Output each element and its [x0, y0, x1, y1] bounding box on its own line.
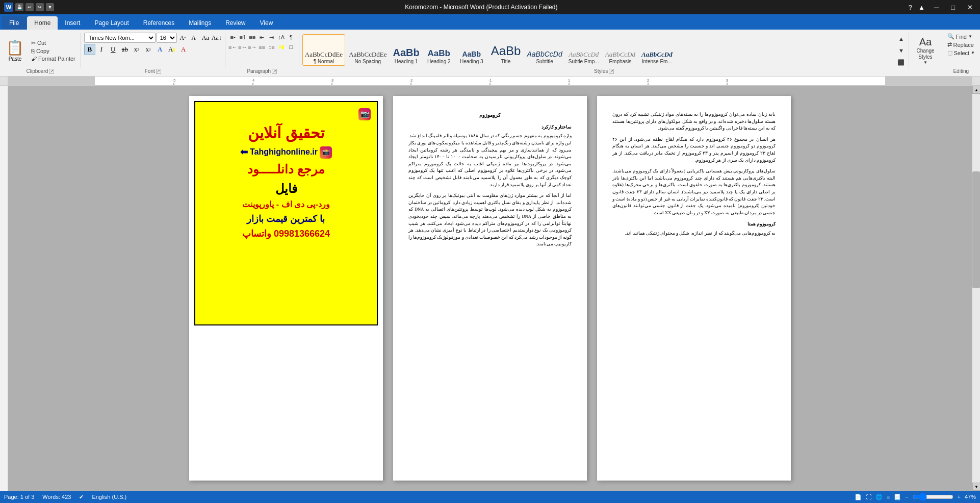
style-emphasis[interactable]: AaBbCcDd Emphasis	[603, 34, 638, 66]
replace-button[interactable]: ⇄ Replace	[945, 41, 976, 48]
scroll-up-button[interactable]: ▲	[972, 86, 980, 94]
select-button[interactable]: ⬚ Select ▼	[945, 49, 977, 57]
decrease-font-button[interactable]: A-	[189, 33, 199, 43]
style-heading3[interactable]: AaBb Heading 3	[456, 34, 487, 66]
styles-scroll-down[interactable]: ▼	[896, 46, 906, 55]
bold-button[interactable]: B	[84, 44, 95, 55]
zoom-out-button[interactable]: −	[905, 494, 908, 500]
replace-label: Replace	[953, 42, 974, 48]
ribbon-toggle-icon[interactable]: ▲	[918, 4, 925, 11]
align-right-button[interactable]: ≡→	[248, 42, 257, 52]
strikethrough-button[interactable]: ab	[119, 44, 131, 55]
show-hide-button[interactable]: ¶	[287, 33, 296, 42]
justify-button[interactable]: ≡≡	[257, 42, 267, 52]
copy-button[interactable]: ⎘ Copy	[29, 47, 78, 55]
paragraph-expander[interactable]: ↗	[272, 69, 277, 74]
text-effects-button[interactable]: A	[154, 44, 166, 55]
layout-outline-icon[interactable]: ≡	[887, 494, 890, 500]
text-highlight-button[interactable]: A▮	[166, 44, 177, 55]
right-scrollbar: ▲ ▼	[972, 86, 980, 491]
italic-button[interactable]: I	[96, 44, 107, 55]
change-case-button[interactable]: Aa↓	[212, 33, 222, 43]
font-color-button[interactable]: A	[178, 44, 189, 55]
borders-button[interactable]: □	[287, 42, 296, 52]
layout-web-icon[interactable]: 🌐	[875, 494, 883, 500]
style-subtitle[interactable]: AaBbCcDd Subtitle	[524, 34, 564, 66]
style-subtle-emphasis[interactable]: AaBbCcDd Subtle Emp...	[566, 34, 602, 66]
svg-text:-5: -5	[172, 79, 175, 82]
cut-button[interactable]: ✂ Cut	[29, 39, 78, 47]
tab-home[interactable]: Home	[27, 16, 58, 30]
style-no-spacing[interactable]: AaBbCcDdEe No Spacing	[346, 34, 389, 66]
tab-file[interactable]: File	[2, 16, 26, 30]
undo-icon[interactable]: ↩	[25, 3, 34, 11]
minimize-button[interactable]: ─	[931, 4, 942, 11]
clear-format-button[interactable]: Aa	[200, 33, 211, 43]
tab-mailings[interactable]: Mailings	[182, 16, 218, 30]
tab-insert[interactable]: Insert	[58, 16, 87, 30]
change-styles-button[interactable]: Aa ChangeStyles ▼	[912, 35, 938, 66]
status-bar-right: 📄 ⛶ 🌐 ≡ 📃 − + 47%	[855, 494, 976, 500]
superscript-button[interactable]: x2	[143, 44, 154, 55]
redo-icon[interactable]: ↪	[36, 3, 44, 11]
line-spacing-button[interactable]: ↕≡	[267, 42, 276, 52]
spell-check-icon[interactable]: ✔	[79, 494, 84, 500]
page-1: 📷 تحقیق آنلاین ⬅ Tahghighonline.ir 📸 مرج…	[189, 96, 383, 481]
zoom-slider[interactable]	[913, 494, 953, 499]
layout-fullscreen-icon[interactable]: ⛶	[866, 494, 871, 500]
editing-group: 🔍 Find ▼ ⇄ Replace ⬚ Select ▼ Editing	[942, 31, 981, 75]
scroll-thumb[interactable]	[972, 171, 980, 288]
decrease-indent-button[interactable]: ⇤	[257, 33, 267, 42]
tab-view[interactable]: View	[253, 16, 280, 30]
customize-icon[interactable]: ▼	[46, 3, 54, 11]
document-scroll[interactable]: 📷 تحقیق آنلاین ⬅ Tahghighonline.ir 📸 مرج…	[8, 86, 972, 491]
save-icon[interactable]: 💾	[15, 3, 23, 11]
scroll-track[interactable]	[972, 94, 980, 483]
h1-preview: AaBb	[393, 46, 420, 59]
clipboard-expander[interactable]: ↗	[49, 69, 54, 74]
font-name-select[interactable]: Times New Rom...	[84, 33, 156, 43]
style-heading1[interactable]: AaBb Heading 1	[391, 34, 422, 66]
numbering-button[interactable]: ≡1	[238, 33, 247, 42]
h2-label: Heading 2	[427, 59, 451, 64]
style-heading2[interactable]: AaBb Heading 2	[423, 34, 455, 66]
tab-review[interactable]: Review	[218, 16, 252, 30]
style-title[interactable]: AaBb Title	[488, 34, 524, 66]
multilevel-list-button[interactable]: ≡≡	[248, 33, 257, 42]
find-button[interactable]: 🔍 Find ▼	[945, 33, 974, 40]
sort-button[interactable]: ↕A	[277, 33, 286, 42]
styles-expander[interactable]: ↗	[609, 69, 614, 74]
increase-font-button[interactable]: A+	[178, 33, 188, 43]
clipboard-right: ✂ Cut ⎘ Copy 🖌 Format Painter	[29, 39, 78, 62]
styles-scroll-up[interactable]: ▲	[896, 34, 906, 43]
align-center-button[interactable]: ≡↔	[238, 42, 247, 52]
left-ruler	[0, 86, 8, 491]
page3-para4: به کروموزوم‌هایی می‌گویند که از نظر اندا…	[612, 230, 776, 237]
flyer-arrow-left: ⬅	[240, 146, 248, 159]
restore-button[interactable]: □	[948, 4, 958, 11]
layout-draft-icon[interactable]: 📃	[894, 494, 901, 500]
format-painter-button[interactable]: 🖌 Format Painter	[29, 55, 78, 62]
align-left-button[interactable]: ≡←	[228, 42, 238, 52]
scroll-down-button[interactable]: ▼	[972, 483, 980, 491]
increase-indent-button[interactable]: ⇥	[267, 33, 276, 42]
page2-para1: واژه کروموزوم به مفهوم جسم رنگی که در سا…	[408, 133, 572, 188]
bullets-button[interactable]: ≡•	[228, 33, 238, 42]
tab-page-layout[interactable]: Page Layout	[87, 16, 136, 30]
styles-more[interactable]: ⬛	[896, 58, 906, 67]
change-styles-label: ChangeStyles	[916, 48, 934, 60]
zoom-in-button[interactable]: +	[958, 494, 961, 500]
shading-button[interactable]: A▮	[277, 42, 286, 52]
help-icon[interactable]: ?	[909, 4, 912, 11]
font-expander[interactable]: ↗	[156, 69, 161, 74]
intense-preview: AaBbCcDd	[641, 51, 673, 59]
style-normal[interactable]: AaBbCcDdEe ¶ Normal	[302, 34, 345, 66]
close-button[interactable]: ✕	[964, 4, 976, 11]
paste-button[interactable]: 📋 Paste	[3, 37, 27, 64]
font-size-select[interactable]: 16	[157, 33, 177, 43]
tab-references[interactable]: References	[136, 16, 182, 30]
subscript-button[interactable]: x2	[131, 44, 142, 55]
layout-print-icon[interactable]: 📄	[855, 494, 862, 500]
underline-button[interactable]: U	[108, 44, 119, 55]
style-intense-emphasis[interactable]: AaBbCcDd Intense Em...	[639, 34, 675, 66]
